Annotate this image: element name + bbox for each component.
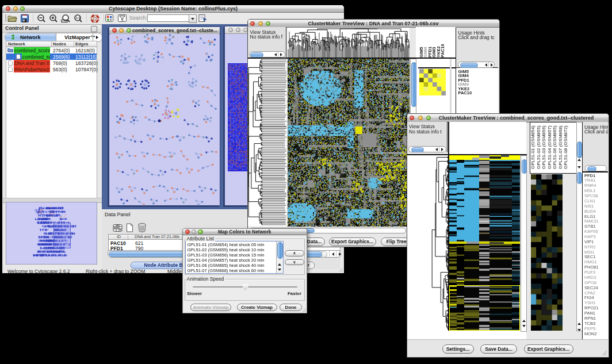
svg-text:1:1: 1:1 — [75, 16, 80, 20]
